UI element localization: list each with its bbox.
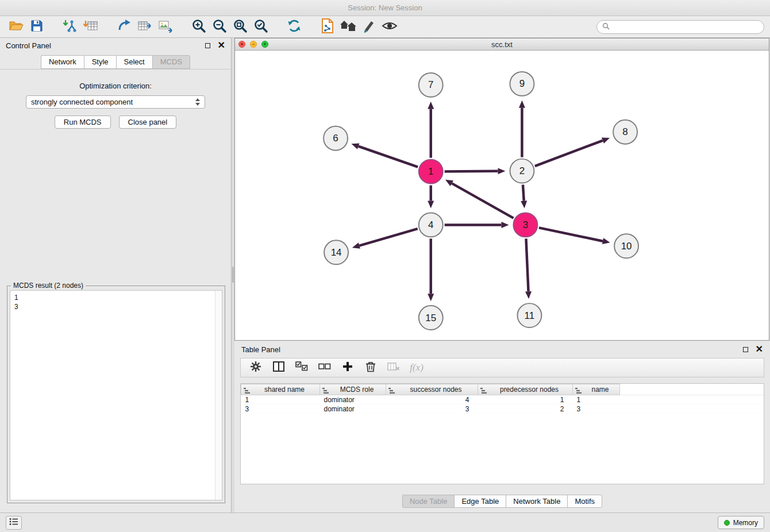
dropdown-arrows-icon [195, 98, 200, 106]
table-row[interactable]: 3 dominator 3 2 3 [241, 404, 764, 414]
first-neighbors-button[interactable] [338, 18, 359, 36]
task-history-button[interactable] [6, 516, 22, 530]
delete-table-icon [387, 362, 400, 373]
control-panel-header: Control Panel ✕ [0, 38, 231, 53]
deselect-all-button[interactable] [318, 361, 332, 375]
refresh-layout-button[interactable] [284, 18, 305, 36]
add-column-button[interactable] [341, 361, 355, 375]
criterion-dropdown[interactable]: strongly connected component [26, 95, 205, 109]
mcds-result-text: 1 3 [10, 290, 222, 500]
cell-successor-nodes[interactable]: 3 [386, 404, 478, 414]
run-mcds-button[interactable]: Run MCDS [55, 115, 111, 129]
float-table-panel-icon[interactable] [743, 347, 748, 352]
network-graph[interactable]: 7968124314101511 [235, 51, 769, 340]
zoom-in-button[interactable] [188, 18, 209, 36]
show-hide-button[interactable] [379, 18, 400, 36]
network-file-button[interactable] [317, 18, 338, 36]
sort-icon [244, 387, 250, 395]
table-settings-button[interactable] [249, 361, 263, 375]
delete-column-button[interactable] [364, 361, 378, 375]
close-panel-button[interactable]: Close panel [119, 115, 177, 129]
mcds-result-title: MCDS result (2 nodes) [11, 282, 86, 290]
graph-node-label-15: 15 [425, 313, 436, 323]
graph-edge-3-1[interactable] [452, 183, 513, 218]
tab-mcds[interactable]: MCDS [152, 55, 190, 69]
import-network-icon [63, 19, 78, 35]
open-session-button[interactable] [6, 18, 26, 36]
column-header-shared-name[interactable]: shared name [241, 384, 320, 395]
zoom-out-button[interactable] [209, 18, 230, 36]
sort-icon [322, 387, 329, 395]
result-scrollbar[interactable] [215, 291, 222, 500]
tab-edge-table[interactable]: Edge Table [454, 495, 506, 508]
main-toolbar [0, 16, 770, 38]
import-network-button[interactable] [60, 18, 80, 36]
graph-edge-3-11[interactable] [526, 238, 528, 291]
import-table-button[interactable] [80, 18, 101, 36]
tab-network[interactable]: Network [41, 55, 84, 69]
graph-edge-3-10[interactable] [539, 228, 603, 241]
criterion-value: strongly connected component [31, 98, 133, 106]
search-icon [602, 22, 610, 32]
cell-predecessor-nodes[interactable]: 2 [478, 404, 573, 414]
close-table-panel-icon[interactable]: ✕ [756, 345, 763, 354]
list-icon [9, 518, 18, 528]
maximize-window-icon[interactable]: + [261, 41, 268, 48]
minimize-window-icon[interactable]: − [250, 41, 257, 48]
column-header-predecessor-nodes[interactable]: predecessor nodes [478, 384, 573, 395]
sort-icon [388, 387, 395, 395]
zoom-fit-button[interactable] [230, 18, 251, 36]
graph-node-label-7: 7 [428, 79, 433, 90]
export-table-button[interactable] [134, 18, 155, 36]
graph-arrowhead [521, 201, 527, 208]
column-header-mcds-role[interactable]: MCDS role [320, 384, 386, 395]
delete-table-button [387, 361, 401, 375]
open-folder-icon [9, 19, 24, 35]
export-network-button[interactable] [114, 18, 134, 36]
graph-edge-2-3[interactable] [523, 184, 524, 201]
column-header-name[interactable]: name [573, 384, 620, 395]
float-panel-icon[interactable] [205, 43, 210, 48]
network-canvas[interactable]: 7968124314101511 [235, 51, 769, 340]
cell-successor-nodes[interactable]: 4 [386, 395, 478, 404]
cell-mcds-role[interactable]: dominator [320, 395, 386, 404]
tab-node-table[interactable]: Node Table [402, 495, 455, 508]
tab-network-table[interactable]: Network Table [506, 495, 567, 508]
save-session-button[interactable] [26, 18, 47, 36]
close-window-icon[interactable]: × [238, 41, 245, 48]
table-row[interactable]: 1 dominator 4 1 1 [241, 395, 764, 404]
column-header-successor-nodes[interactable]: successor nodes [386, 384, 478, 395]
cell-predecessor-nodes[interactable]: 1 [478, 395, 573, 404]
plus-icon [342, 361, 353, 375]
export-image-button[interactable] [155, 18, 176, 36]
graph-edge-2-8[interactable] [535, 141, 603, 167]
select-all-button[interactable] [295, 361, 309, 375]
graph-node-label-1: 1 [428, 166, 433, 177]
show-columns-button[interactable] [272, 361, 286, 375]
cell-name[interactable]: 3 [573, 404, 620, 414]
close-panel-icon[interactable]: ✕ [218, 41, 225, 50]
memory-button[interactable]: Memory [718, 516, 764, 529]
columns-icon [273, 361, 284, 374]
table-panel-header: Table Panel ✕ [234, 341, 770, 358]
style-button[interactable] [359, 18, 379, 36]
cell-name[interactable]: 1 [573, 395, 620, 404]
search-input[interactable] [613, 23, 759, 31]
tab-style[interactable]: Style [84, 55, 116, 69]
graph-edge-1-6[interactable] [359, 147, 418, 167]
search-box[interactable] [596, 20, 764, 34]
graph-edge-4-14[interactable] [359, 229, 417, 246]
graph-node-label-8: 8 [622, 126, 627, 137]
cell-mcds-role[interactable]: dominator [320, 404, 386, 414]
zoom-selected-button[interactable] [251, 18, 271, 36]
cell-shared-name[interactable]: 3 [241, 404, 320, 414]
houses-icon [340, 19, 357, 35]
tab-select[interactable]: Select [116, 55, 152, 69]
cell-shared-name[interactable]: 1 [241, 395, 320, 404]
mcds-result-box: MCDS result (2 nodes) 1 3 [7, 286, 225, 503]
control-panel-title: Control Panel [6, 41, 51, 50]
graph-node-label-14: 14 [331, 247, 342, 258]
graph-edge-1-2[interactable] [445, 171, 498, 172]
graph-node-label-3: 3 [523, 219, 528, 230]
tab-motifs[interactable]: Motifs [567, 495, 602, 508]
